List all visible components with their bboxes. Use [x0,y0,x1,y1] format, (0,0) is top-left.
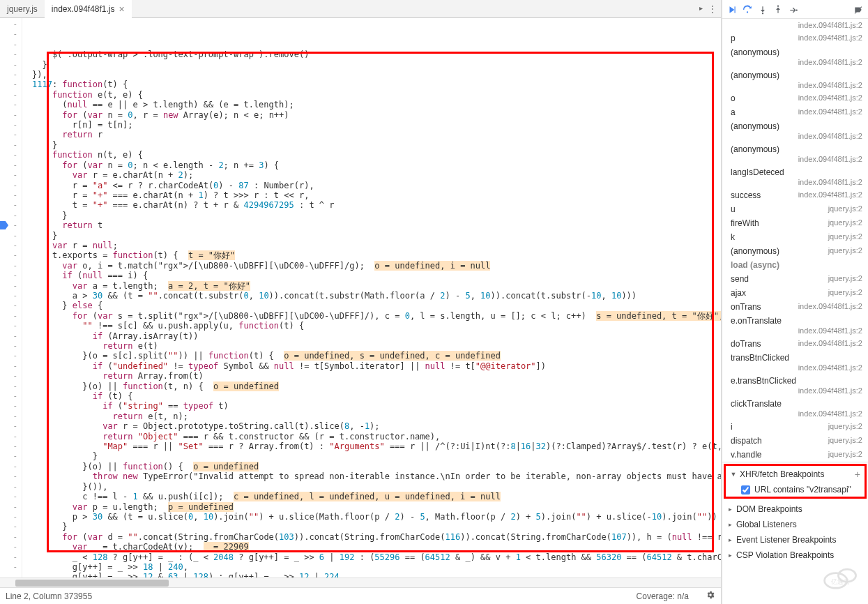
stack-fn-name: p [731,33,736,43]
add-icon[interactable]: + [855,469,860,480]
stack-fn-name: (anonymous) [731,144,779,154]
csp-breakpoints-header[interactable]: ▸ CSP Violation Breakpoints [722,548,868,563]
stack-fn-name: success [731,190,761,200]
triangle-down-icon: ▼ [730,471,737,478]
stack-frame[interactable]: onTransindex.094f48f1.js:2 [722,300,868,314]
xhr-breakpoints-header[interactable]: ▼ XHR/fetch Breakpoints + [726,466,865,483]
tab-jquery[interactable]: jquery.js [0,0,45,18]
step-icon[interactable] [788,4,799,15]
svg-text:亿速云: 亿速云 [830,578,850,585]
debug-toolbar [722,1,868,19]
stack-frame[interactable]: kjquery.js:2 [722,230,868,244]
cursor-position: Line 2, Column 373955 [6,591,92,601]
panel-title: Event Listener Breakpoints [736,535,836,545]
stack-fn-name: u [731,204,736,214]
tab-label: index.094f48f1.js [52,4,115,14]
stack-fn-name: fireWith [731,218,759,228]
gutter[interactable]: - - - - - - - - - - - - - - - - - - - - … [0,18,22,577]
stack-fn-name: (anonymous) [731,121,779,131]
stack-location: jquery.js:2 [828,450,862,458]
resume-icon[interactable] [726,4,738,15]
stack-frame[interactable]: langIsDetecedindex.094f48f1.js:2 [722,165,868,188]
editor-pane: jquery.js index.094f48f1.js × ▸ ⋮ - - - … [0,0,722,604]
stack-frame[interactable]: e.transBtnClickedindex.094f48f1.js:2 [722,374,868,397]
panel-title: DOM Breakpoints [736,504,802,514]
stack-location: jquery.js:2 [828,288,862,296]
stack-location: jquery.js:2 [828,232,862,241]
stack-fn-name: dispatch [731,436,762,446]
xhr-checkbox[interactable] [741,485,750,494]
close-icon[interactable]: × [119,3,125,15]
stack-frame[interactable]: v.handlejquery.js:2 [722,448,868,462]
stack-frame[interactable]: dispatchjquery.js:2 [722,434,868,448]
stack-frame[interactable]: transBtnClickedindex.094f48f1.js:2 [722,351,868,374]
annotation-box-xhr: ▼ XHR/fetch Breakpoints + URL contains "… [724,464,867,499]
stack-frame[interactable]: (anonymous)index.094f48f1.js:2 [722,68,868,91]
panel-title: Global Listeners [736,520,797,529]
status-bar: Line 2, Column 373955 Coverage: n/a [0,587,721,604]
stack-fn-name: ajax [731,288,746,298]
event-listener-breakpoints-header[interactable]: ▸ Event Listener Breakpoints [722,532,868,548]
dom-breakpoints-header[interactable]: ▸ DOM Breakpoints [722,501,868,517]
stack-location: index.094f48f1.js:2 [798,178,862,186]
stack-fn-name: k [731,232,735,242]
stack-frame[interactable]: sendjquery.js:2 [722,272,868,286]
tab-label: jquery.js [7,4,38,14]
stack-fn-name: doTrans [731,339,761,349]
stack-fn-name: (anonymous) [731,47,779,57]
tab-index[interactable]: index.094f48f1.js × [45,0,132,18]
stack-location: jquery.js:2 [828,436,862,444]
stack-frame[interactable]: doTransindex.094f48f1.js:2 [722,337,868,351]
stack-location: index.094f48f1.js:2 [798,93,862,102]
stack-fn-name: clickTranslate [731,399,782,409]
stack-frame[interactable]: fireWithjquery.js:2 [722,216,868,230]
breakpoint-panels: ▼ XHR/fetch Breakpoints + URL contains "… [722,462,868,563]
stack-frame[interactable]: oindex.094f48f1.js:2 [722,91,868,105]
file-tabs: jquery.js index.094f48f1.js × ▸ ⋮ [0,0,721,18]
tabs-menu-icon[interactable]: ⋮ [708,4,717,14]
stack-location: jquery.js:2 [828,274,862,282]
watermark-logo: 亿速云 [822,563,860,593]
stack-frame[interactable]: (anonymous)index.094f48f1.js:2 [722,142,868,165]
stack-location: index.094f48f1.js:2 [798,302,862,310]
stack-fn-name: a [731,107,736,117]
horizontal-scrollbar[interactable] [0,577,721,587]
stack-frame[interactable]: ajaxjquery.js:2 [722,286,868,300]
triangle-right-icon: ▸ [726,506,733,513]
stack-frame[interactable]: (anonymous)index.094f48f1.js:2 [722,45,868,68]
panel-title: XHR/fetch Breakpoints [740,469,824,479]
stack-frame[interactable]: clickTranslateindex.094f48f1.js:2 [722,397,868,420]
xhr-breakpoint-item[interactable]: URL contains "v2transapi" [726,483,865,497]
step-into-icon[interactable] [757,4,768,15]
gear-icon[interactable] [706,590,715,602]
deactivate-breakpoints-icon[interactable] [853,4,864,15]
stack-fn-name: langIsDeteced [731,167,784,177]
stack-frame[interactable]: index.094f48f1.js:2 [722,19,868,31]
stack-frame[interactable]: ijquery.js:2 [722,420,868,434]
debugger-sidebar: index.094f48f1.js:2pindex.094f48f1.js:2(… [722,0,868,604]
step-out-icon[interactable] [772,4,784,15]
stack-fn-name: o [731,93,736,103]
scrollbar-thumb[interactable] [15,580,169,587]
stack-fn-name: e.transBtnClicked [731,376,796,386]
stack-frame[interactable]: e.onTranslateindex.094f48f1.js:2 [722,314,868,337]
stack-location: jquery.js:2 [828,422,862,430]
stack-location: index.094f48f1.js:2 [798,21,862,29]
stack-location: index.094f48f1.js:2 [798,409,862,418]
stack-frame[interactable]: (anonymous)jquery.js:2 [722,244,868,258]
stack-location: index.094f48f1.js:2 [798,326,862,335]
code-content[interactable]: $( .output-wrap > .long-text-prompt-wrap… [22,18,721,577]
stack-frame[interactable]: successindex.094f48f1.js:2 [722,188,868,202]
global-listeners-header[interactable]: ▸ Global Listeners [722,517,868,532]
stack-frame[interactable]: ujquery.js:2 [722,202,868,216]
code-area[interactable]: - - - - - - - - - - - - - - - - - - - - … [0,18,721,577]
stack-fn-name: transBtnClicked [731,353,789,363]
tabs-overflow-icon[interactable]: ▸ [699,4,703,14]
stack-frame[interactable]: aindex.094f48f1.js:2 [722,105,868,119]
step-over-icon[interactable] [742,4,753,15]
stack-frame[interactable]: (anonymous)index.094f48f1.js:2 [722,119,868,142]
stack-frame[interactable]: pindex.094f48f1.js:2 [722,31,868,45]
svg-point-1 [747,11,748,13]
stack-fn-name: (anonymous) [731,246,779,256]
stack-location: index.094f48f1.js:2 [798,155,862,163]
